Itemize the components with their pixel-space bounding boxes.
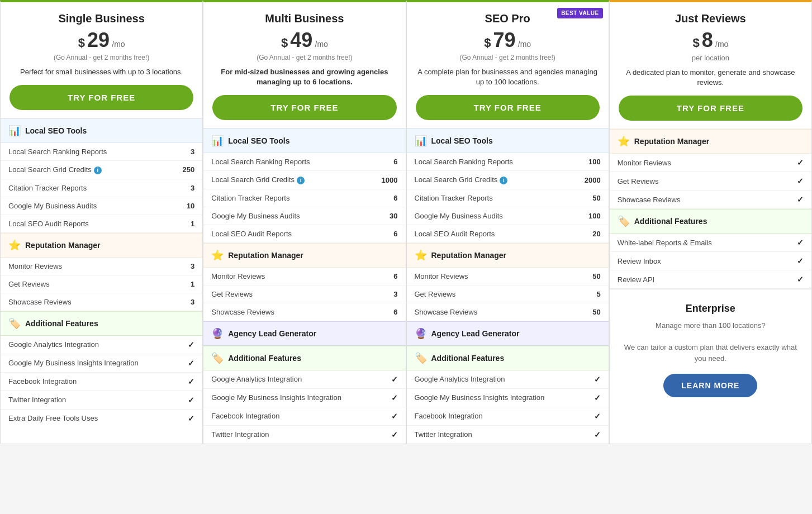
feature-value: 6 (376, 272, 398, 280)
feature-row: Facebook Integration ✓ (1, 373, 202, 391)
section-title: Additional Features (634, 217, 707, 226)
feature-row: Google Analytics Integration ✓ (203, 370, 405, 389)
feature-row: Google My Business Audits 30 (203, 207, 405, 225)
dollar-sign: $ (78, 36, 85, 50)
feature-value: 100 (578, 158, 601, 166)
feature-value: 1 (172, 220, 194, 228)
feature-check: ✓ (172, 414, 194, 423)
price-period: /mo (112, 40, 125, 49)
feature-check: ✓ (781, 256, 804, 265)
feature-name: Citation Tracker Reports (415, 194, 578, 202)
feature-name: Google My Business Audits (8, 202, 172, 210)
feature-name: Local Search Grid Creditsi (415, 175, 578, 184)
feature-name: Showcase Reviews (211, 308, 375, 316)
learn-more-button[interactable]: LEARN MORE (663, 374, 757, 397)
info-icon[interactable]: i (500, 177, 507, 184)
feature-name: Local Search Grid Creditsi (211, 175, 375, 184)
feature-row: Google My Business Audits 10 (1, 197, 202, 215)
plan-annual: (Go Annual - get 2 months free!) (10, 54, 193, 61)
feature-name: Local Search Ranking Reports (211, 158, 375, 166)
feature-check: ✓ (172, 396, 194, 404)
feature-name: Monitor Reviews (415, 272, 578, 280)
plan-annual: (Go Annual - get 2 months free!) (212, 54, 396, 61)
price-amount: 79 (493, 28, 516, 51)
feature-check: ✓ (781, 275, 804, 284)
feature-row: Monitor Reviews 3 (1, 258, 202, 275)
section-header-reputation: ⭐ Reputation Manager (610, 129, 811, 154)
feature-name: Twitter Integration (8, 396, 172, 404)
feature-name: Monitor Reviews (618, 159, 781, 167)
section-header-local-seo: 📊 Local SEO Tools (407, 128, 609, 153)
feature-check: ✓ (781, 177, 804, 185)
price-amount: 8 (702, 28, 713, 51)
feature-check: ✓ (376, 412, 398, 421)
section-icon: 🏷️ (415, 352, 427, 364)
feature-value: 3 (172, 184, 194, 192)
feature-value: 3 (172, 147, 194, 156)
try-free-button[interactable]: TRY FOR FREE (10, 85, 193, 110)
feature-check: ✓ (781, 238, 804, 247)
section-header-local-seo: 📊 Local SEO Tools (1, 118, 202, 143)
feature-row: Google My Business Insights Integration … (203, 389, 405, 407)
feature-row: Local Search Ranking Reports 3 (1, 143, 202, 161)
feature-check: ✓ (578, 393, 601, 402)
feature-name: Get Reviews (618, 177, 781, 185)
feature-row: Review Inbox ✓ (610, 252, 811, 270)
section-header-agency-lead: 🔮 Agency Lead Generator (407, 321, 609, 346)
feature-value: 20 (578, 230, 601, 238)
feature-row: Google Analytics Integration ✓ (1, 336, 202, 354)
price-period: /mo (315, 40, 328, 49)
feature-row: Twitter Integration ✓ (203, 426, 405, 444)
feature-check: ✓ (578, 375, 601, 384)
section-title: Agency Lead Generator (228, 329, 316, 338)
feature-row: Get Reviews 5 (407, 285, 609, 303)
section-title: Additional Features (431, 354, 505, 363)
feature-name: Facebook Integration (415, 412, 578, 420)
section-header-additional: 🏷️ Additional Features (1, 311, 202, 336)
feature-name: Local SEO Audit Reports (211, 230, 375, 238)
section-header-local-seo: 📊 Local SEO Tools (203, 128, 405, 153)
try-free-button[interactable]: TRY FOR FREE (212, 95, 396, 120)
plan-header: Just Reviews $ 8 /mo per location A dedi… (610, 2, 811, 129)
try-free-button[interactable]: TRY FOR FREE (619, 96, 802, 121)
plan-price: $ 49 /mo (212, 28, 396, 52)
feature-name: Google My Business Audits (415, 212, 578, 220)
section-header-agency-lead: 🔮 Agency Lead Generator (203, 321, 405, 346)
feature-name: Twitter Integration (211, 430, 375, 439)
info-icon[interactable]: i (297, 177, 305, 184)
feature-value: 50 (578, 194, 601, 202)
section-title: Reputation Manager (634, 137, 710, 146)
dollar-sign: $ (484, 36, 491, 50)
feature-row: Local Search Ranking Reports 100 (407, 153, 609, 171)
plan-annual: (Go Annual - get 2 months free!) (416, 54, 600, 61)
section-icon: 📊 (415, 135, 427, 147)
feature-value: 30 (376, 212, 398, 220)
section-title: Local SEO Tools (431, 136, 493, 145)
feature-name: Facebook Integration (211, 412, 375, 420)
feature-value: 100 (578, 212, 601, 220)
plan-price: $ 8 /mo (619, 28, 802, 52)
feature-name: Get Reviews (211, 290, 375, 298)
best-value-badge: BEST VALUE (557, 8, 603, 18)
info-icon[interactable]: i (94, 166, 102, 174)
plan-name: Single Business (10, 12, 193, 25)
section-title: Additional Features (228, 354, 301, 363)
pricing-grid: Single Business $ 29 /mo (Go Annual - ge… (0, 0, 812, 444)
feature-name: Review API (618, 275, 781, 284)
feature-value: 2000 (578, 176, 601, 184)
feature-row: Review API ✓ (610, 270, 811, 289)
feature-check: ✓ (172, 340, 194, 349)
feature-name: Monitor Reviews (211, 272, 375, 280)
feature-name: Twitter Integration (415, 430, 578, 439)
feature-name: Google My Business Audits (211, 212, 375, 220)
try-free-button[interactable]: TRY FOR FREE (416, 95, 600, 120)
feature-row: Citation Tracker Reports 3 (1, 179, 202, 197)
plan-header: Single Business $ 29 /mo (Go Annual - ge… (1, 2, 202, 118)
section-icon: 🔮 (415, 327, 427, 340)
plan-name: Just Reviews (619, 12, 802, 25)
section-icon: ⭐ (415, 249, 427, 261)
feature-name: Local Search Ranking Reports (8, 147, 172, 156)
feature-row: Citation Tracker Reports 6 (203, 189, 405, 207)
feature-row: Extra Daily Free Tools Uses ✓ (1, 410, 202, 427)
feature-row: Get Reviews 1 (1, 275, 202, 293)
